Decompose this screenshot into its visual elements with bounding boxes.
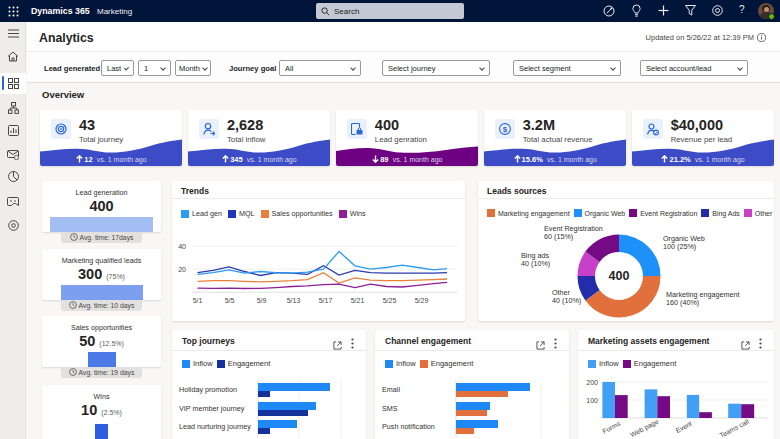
svg-text:Lead nurturing journey: Lead nurturing journey	[179, 422, 251, 431]
svg-text:SMS: SMS	[382, 404, 398, 413]
svg-text:20: 20	[178, 266, 186, 273]
svg-text:Forms: Forms	[601, 419, 622, 435]
svg-text:5/25: 5/25	[383, 297, 397, 304]
svg-text:Email: Email	[382, 385, 400, 394]
svg-text:Holiday promotion: Holiday promotion	[179, 385, 237, 394]
svg-text:Push notification: Push notification	[382, 422, 435, 431]
svg-text:5/29: 5/29	[415, 297, 429, 304]
svg-text:5/17: 5/17	[319, 297, 333, 304]
svg-text:5/21: 5/21	[351, 297, 365, 304]
svg-text:40: 40	[178, 243, 186, 250]
svg-text:200: 200	[586, 379, 598, 386]
svg-text:Event: Event	[674, 420, 693, 434]
svg-text:100: 100	[586, 397, 598, 404]
svg-text:5/9: 5/9	[257, 297, 267, 304]
svg-text:VIP member journey: VIP member journey	[179, 404, 245, 413]
svg-text:5/5: 5/5	[225, 297, 235, 304]
svg-text:5/13: 5/13	[287, 297, 301, 304]
svg-text:Teams call: Teams call	[718, 417, 750, 438]
svg-text:5/1: 5/1	[193, 297, 203, 304]
svg-text:Web page: Web page	[629, 418, 660, 439]
